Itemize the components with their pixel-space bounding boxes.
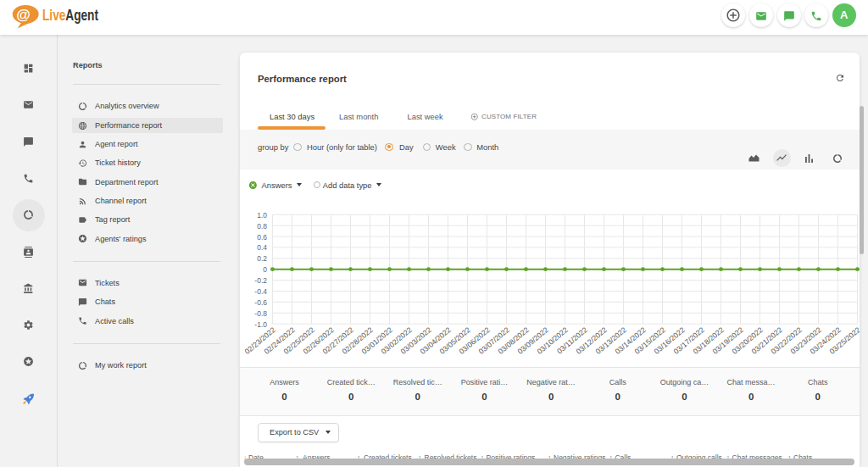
svg-text:1.0: 1.0: [257, 211, 267, 220]
svg-text:0: 0: [263, 265, 267, 274]
svg-text:0.8: 0.8: [257, 222, 267, 231]
svg-text:-0.6: -0.6: [254, 298, 267, 307]
svg-text:0.2: 0.2: [257, 254, 267, 263]
svg-text:-1.0: -1.0: [254, 320, 267, 329]
svg-text:-0.8: -0.8: [254, 309, 267, 318]
svg-text:-0.4: -0.4: [254, 287, 267, 296]
svg-text:@: @: [16, 7, 31, 23]
svg-text:0.6: 0.6: [257, 233, 267, 242]
svg-text:0.4: 0.4: [257, 243, 267, 252]
svg-text:-0.2: -0.2: [254, 276, 267, 285]
